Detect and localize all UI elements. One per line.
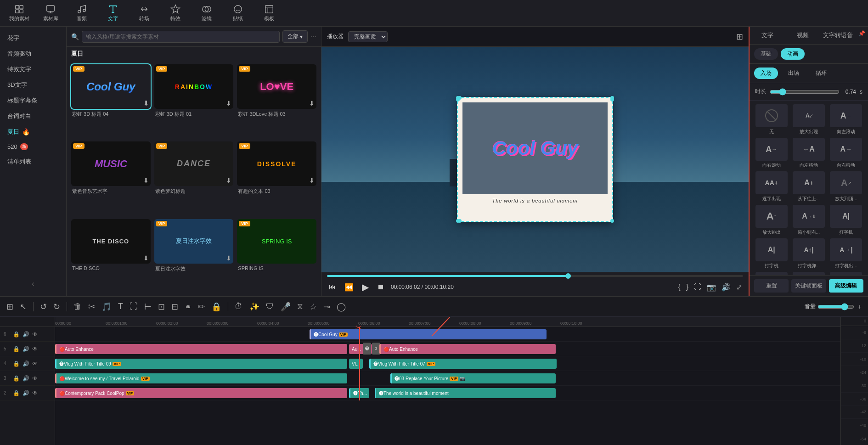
filter-button[interactable]: 全部 ▾ <box>282 30 308 43</box>
track-3-lock[interactable]: 🔒 <box>13 375 20 382</box>
tl-group-btn[interactable]: ⊡ <box>156 300 167 314</box>
asset-thumb-6[interactable]: VIP DISSOLVE ⬇ <box>237 141 316 186</box>
anim-typewriter-bounce[interactable]: A↑| 打字机弹... <box>791 238 826 269</box>
asset-item-5[interactable]: VIP DANCE ⬇ 紫色梦幻标题 <box>154 141 234 215</box>
anim-typewriter-1[interactable]: A| 打字机 <box>829 205 863 236</box>
anim-thumb-typewriter-bounce[interactable]: A↑| <box>793 238 825 261</box>
tl-scissors-btn[interactable]: ✂ <box>86 300 97 314</box>
asset-item-3[interactable]: VIP LO♥VE ⬇ 彩虹 3DLove 标题 03 <box>237 64 316 138</box>
tl-redo-btn[interactable]: ↻ <box>51 300 62 314</box>
tl-lock-btn[interactable]: 🔒 <box>209 300 223 314</box>
asset-thumb-4[interactable]: VIP MUSIC ⬇ <box>71 141 151 186</box>
anim-thumb-effect-2[interactable]: → A <box>793 272 825 275</box>
advanced-edit-button[interactable]: 高级编辑 <box>829 279 863 293</box>
quality-select[interactable]: 完整画质 <box>348 31 388 42</box>
track-4-eye[interactable]: 👁 <box>32 361 38 367</box>
anim-thumb-typewriter-out[interactable]: A→| <box>830 238 862 261</box>
anim-thumb-zoom-top[interactable]: A ↗ <box>830 171 862 194</box>
asset-thumb-5[interactable]: VIP DANCE ⬇ <box>154 141 234 186</box>
anim-zoom-top[interactable]: A ↗ 放大到顶... <box>829 171 863 202</box>
track-2-audio[interactable]: 🔊 <box>23 390 29 396</box>
screenshot-icon[interactable]: 📷 <box>706 282 717 293</box>
asset-thumb-9[interactable]: VIP SPRING IS <box>237 219 316 264</box>
anim-thumb-move-right[interactable]: A → <box>830 138 862 161</box>
tl-delete-btn[interactable]: 🗑 <box>72 300 84 313</box>
anim-thumb-typewriter-1[interactable]: A| <box>830 205 862 228</box>
clip-beautiful-moment[interactable]: 🅣 The world is a beautiful moment <box>375 388 556 398</box>
fullscreen-icon[interactable]: ⤢ <box>735 282 743 293</box>
anim-effect-1[interactable]: A ✦ ? <box>754 272 789 275</box>
left-panel-item-3d-text[interactable]: 3D文字 <box>0 77 66 93</box>
track-5-lock[interactable]: 🔒 <box>13 346 20 352</box>
anim-bottom-up[interactable]: A ⬆ 从下往上... <box>791 171 826 202</box>
left-panel-item-title-bar[interactable]: 标题字幕条 <box>0 93 66 108</box>
sub-tab-animation[interactable]: 动画 <box>781 48 805 60</box>
anim-thumb-zoom-in[interactable]: A ↙ <box>793 104 825 127</box>
tl-stack-btn[interactable]: ⧖ <box>295 300 305 313</box>
collapse-button[interactable]: ‹ <box>0 275 66 293</box>
step-back-button[interactable]: ⏪ <box>343 282 355 293</box>
tl-audio-btn[interactable]: 🎵 <box>100 300 113 314</box>
track-5-eye[interactable]: 👁 <box>32 346 38 352</box>
asset-item-8[interactable]: VIP 夏日注水字效 ⬇ 夏日注水字效 <box>154 219 234 293</box>
track-6-lock[interactable]: 🔒 <box>13 331 20 338</box>
left-panel-item-effect-text[interactable]: 特效文字 <box>0 62 66 77</box>
tab-video[interactable]: 视频 <box>785 27 820 44</box>
track-5-audio[interactable]: 🔊 <box>23 346 29 352</box>
track-3-audio[interactable]: 🔊 <box>23 375 29 382</box>
track-3-eye[interactable]: 👁 <box>32 375 38 382</box>
right-panel-pin[interactable]: 📌 <box>856 27 868 44</box>
anim-char-appear[interactable]: AA ⬇ 逐字出现 <box>754 171 789 202</box>
tl-pen-btn[interactable]: ✏ <box>196 300 207 314</box>
asset-item-9[interactable]: VIP SPRING IS SPRING IS <box>237 219 316 293</box>
crop-preview-icon[interactable]: ⛶ <box>693 282 702 293</box>
tl-grid-btn[interactable]: ⊞ <box>5 300 15 314</box>
bracket-right-icon[interactable]: } <box>685 282 689 293</box>
asset-item-4[interactable]: VIP MUSIC ⬇ 紫色音乐艺术字 <box>71 141 151 215</box>
anim-thumb-shrink-right[interactable]: A →⬇ <box>793 205 825 228</box>
tl-timer-btn[interactable]: ⏱ <box>233 300 245 313</box>
tab-text[interactable]: 文字 <box>750 27 785 44</box>
clip-vlog-09-short[interactable]: Vl... <box>349 359 363 369</box>
asset-item-1[interactable]: VIP Cool Guy ⬇ 彩虹 3D 标题 04 <box>71 64 151 138</box>
more-icon[interactable]: ··· <box>310 33 316 41</box>
tl-crop-btn[interactable]: ⛶ <box>128 300 140 313</box>
tl-split-btn[interactable]: ⊢ <box>142 300 153 314</box>
left-panel-item-520[interactable]: 520 新 <box>0 140 66 154</box>
toolbar-library[interactable]: 素材库 <box>36 1 65 25</box>
tab-tts[interactable]: 文字转语音 <box>820 27 856 44</box>
toolbar-effects[interactable]: 特效 <box>161 1 190 25</box>
anim-move-left[interactable]: ← A 向左移动 <box>791 138 826 169</box>
toolbar-text[interactable]: 文字 <box>98 1 128 25</box>
keyframe-button[interactable]: 关键帧面板 <box>791 279 826 293</box>
anim-zoom-in[interactable]: A ↙ 放大出现 <box>791 104 826 135</box>
asset-item-2[interactable]: VIP RAINBOW ⬇ 彩虹 3D 标题 01 <box>154 64 234 138</box>
asset-thumb-2[interactable]: VIP RAINBOW ⬇ <box>154 64 234 109</box>
toolbar-sticker[interactable]: 贴纸 <box>223 1 253 25</box>
toolbar-audio[interactable]: 音频 <box>67 1 96 25</box>
asset-thumb-1[interactable]: VIP Cool Guy ⬇ <box>71 64 151 109</box>
left-panel-item-list[interactable]: 清单列表 <box>0 154 66 169</box>
asset-item-7[interactable]: THE DISCO ⬇ THE DISCO <box>71 219 151 293</box>
anim-thumb-zoom-jump[interactable]: A ↑ <box>755 205 788 228</box>
track-4-lock[interactable]: 🔒 <box>13 361 20 367</box>
volume-slider[interactable] <box>817 303 854 310</box>
anim-thumb-roll-right[interactable]: A → <box>755 138 788 161</box>
anim-thumb-roll-left[interactable]: A ← <box>830 104 862 127</box>
anim-effect-3[interactable]: A ? A? <box>829 272 863 275</box>
anim-roll-left[interactable]: A ← 向左滚动 <box>829 104 863 135</box>
track-6-eye[interactable]: 👁 <box>32 331 38 338</box>
anim-thumb-effect-1[interactable]: A ✦ <box>755 272 788 275</box>
anim-roll-right[interactable]: A → 向右滚动 <box>754 138 789 169</box>
track-4-audio[interactable]: 🔊 <box>23 361 29 367</box>
anim-tab-entry[interactable]: 入场 <box>754 68 778 79</box>
tl-circle-btn[interactable]: ◯ <box>335 300 348 314</box>
anim-thumb-move-left[interactable]: ← A <box>793 138 825 161</box>
track-2-eye[interactable]: 👁 <box>32 390 38 396</box>
duration-slider[interactable] <box>770 88 840 96</box>
clip-travel-polaroid[interactable]: 🔴 Welcome to see my / Travel Polaroid VI… <box>55 373 347 383</box>
track-2-lock[interactable]: 🔒 <box>13 390 20 396</box>
clip-vlog-09[interactable]: 🅣 Vlog With Filter Title 09 VIP <box>55 359 347 369</box>
anim-none[interactable]: 无 <box>754 104 789 135</box>
tl-trim-btn[interactable]: ⊸ <box>321 300 332 314</box>
